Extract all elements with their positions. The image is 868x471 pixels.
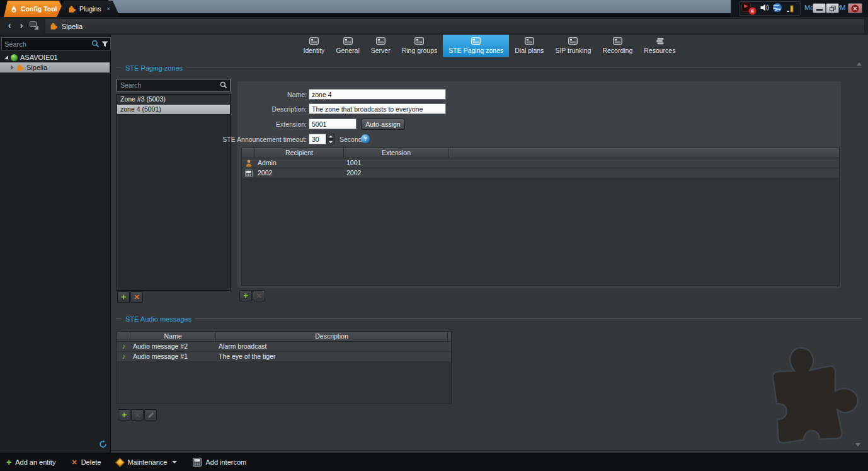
table-row[interactable]: Admin 1001	[242, 158, 839, 168]
add-audio-message-button[interactable]: +	[118, 409, 130, 421]
config-tool-icon	[10, 5, 18, 13]
audio-table-header: Name Description	[117, 332, 451, 342]
action-bar: + Add an entity ✕ Delete Maintenance Add…	[0, 453, 868, 471]
filter-icon[interactable]	[101, 41, 108, 47]
audio-messages-table: Name Description ♪ Audio message #2 Alar…	[117, 331, 452, 404]
tab-plugins[interactable]: Plugins ×	[57, 1, 120, 17]
music-note-icon: ♪	[117, 342, 130, 351]
tab-label: Identity	[304, 47, 325, 54]
description-field[interactable]	[309, 103, 446, 114]
tab-server[interactable]: Server	[365, 35, 396, 57]
zone-search-input[interactable]	[117, 81, 220, 89]
popout-icon[interactable]	[30, 21, 40, 30]
add-zone-button[interactable]: +	[117, 291, 130, 303]
tab-general[interactable]: General	[330, 35, 365, 57]
minimize-button[interactable]	[813, 3, 826, 13]
title-bar: Config Tool Plugins × 6 Mon 3:45 PM	[0, 0, 868, 17]
x-icon: ✕	[71, 459, 77, 466]
puzzle-watermark-icon	[741, 331, 868, 457]
tree-item-sipelia[interactable]: Sipelia	[0, 62, 110, 73]
recipients-table: Recipient Extension Admin 1001 2002 2002	[241, 148, 840, 286]
timeout-label: STE Announcement timeout:	[222, 136, 307, 143]
search-icon[interactable]	[91, 40, 100, 48]
input-indicator-icon[interactable]	[787, 4, 794, 13]
x-icon: ✕	[134, 412, 140, 419]
add-entity-button[interactable]: + Add an entity	[6, 458, 55, 466]
delete-zone-button[interactable]: ✕	[130, 291, 143, 303]
tab-label: Dial plans	[515, 47, 544, 54]
tree-item-server[interactable]: ASAVOIE01	[0, 52, 110, 62]
expander-open-icon[interactable]	[4, 55, 8, 59]
spin-down-icon[interactable]	[326, 139, 334, 144]
task-sipelia[interactable]: Sipelia	[45, 18, 865, 34]
delete-button[interactable]: ✕ Delete	[71, 458, 101, 466]
scroll-down-icon[interactable]	[855, 443, 860, 446]
audio-name-cell: Audio message #1	[130, 352, 216, 361]
maintenance-button[interactable]: Maintenance	[117, 458, 177, 466]
close-icon[interactable]: ×	[106, 6, 110, 12]
expander-closed-icon[interactable]	[11, 65, 14, 70]
intercom-icon	[242, 170, 255, 177]
recipients-table-header: Recipient Extension	[242, 148, 839, 158]
magnifier-icon	[220, 81, 227, 89]
notification-badge: 6	[748, 7, 757, 15]
intercom-icon	[193, 458, 202, 467]
tab-recording[interactable]: Recording	[597, 35, 638, 57]
plus-icon: +	[243, 292, 248, 299]
zone-search-box	[117, 79, 231, 91]
tree-item-sipelia-label: Sipelia	[26, 64, 47, 71]
diamond-icon	[115, 457, 125, 467]
edit-audio-message-button[interactable]	[144, 409, 157, 421]
zone-list-item[interactable]: Zone #3 (5003)	[117, 95, 230, 105]
add-intercom-button[interactable]: Add intercom	[193, 458, 246, 467]
server-icon	[11, 54, 18, 61]
table-row[interactable]: 2002 2002	[242, 168, 839, 178]
column-header-recipient[interactable]: Recipient	[255, 148, 344, 158]
tree-item-server-label: ASAVOIE01	[20, 54, 58, 61]
tab-resources[interactable]: Resources	[638, 35, 681, 57]
delete-audio-message-button[interactable]: ✕	[131, 409, 144, 421]
tab-label: SIP trunking	[555, 47, 591, 54]
name-field[interactable]	[309, 89, 446, 100]
sidebar-search-input[interactable]	[2, 40, 89, 48]
tab-label: Resources	[644, 47, 675, 54]
table-row[interactable]: ♪ Audio message #1 The eye of the tiger	[117, 352, 451, 362]
globe-icon[interactable]	[772, 3, 782, 13]
back-icon[interactable]: ‹	[5, 20, 14, 31]
auto-assign-button[interactable]: Auto-assign	[361, 119, 405, 130]
tab-sip-trunking[interactable]: SIP trunking	[549, 35, 597, 57]
extension-field[interactable]	[309, 119, 357, 129]
refresh-icon[interactable]	[98, 439, 108, 449]
spin-up-icon[interactable]	[326, 134, 334, 139]
zone-list-item[interactable]: zone 4 (5001)	[117, 105, 230, 115]
navigation-bar: ‹ › Sipelia	[0, 17, 868, 35]
column-header-extension[interactable]: Extension	[344, 148, 449, 158]
audio-messages-toolbar: + ✕	[118, 409, 157, 421]
audio-description-cell: Alarm broadcast	[216, 342, 451, 351]
delete-recipient-button[interactable]: ✕	[253, 290, 265, 301]
main-content: Identity General Server Ring groups STE …	[111, 35, 868, 453]
extension-cell: 2002	[344, 168, 449, 178]
restore-button[interactable]	[826, 3, 839, 13]
tab-ring-groups[interactable]: Ring groups	[396, 35, 443, 57]
add-recipient-button[interactable]: +	[239, 290, 252, 301]
group-title: STE Paging zones	[125, 64, 183, 72]
close-button[interactable]	[848, 3, 862, 13]
pencil-icon	[147, 412, 154, 419]
column-header-name[interactable]: Name	[130, 332, 216, 341]
timeout-stepper[interactable]	[309, 134, 326, 144]
column-header-description[interactable]: Description	[216, 332, 448, 341]
forward-icon[interactable]: ›	[17, 20, 26, 31]
table-row[interactable]: ♪ Audio message #2 Alarm broadcast	[117, 342, 451, 352]
tab-identity[interactable]: Identity	[298, 35, 331, 57]
plus-icon: +	[6, 458, 11, 466]
tab-dial-plans[interactable]: Dial plans	[509, 35, 549, 57]
scroll-up-icon[interactable]	[857, 62, 862, 66]
speaker-icon[interactable]	[760, 4, 769, 11]
entity-sidebar: ASAVOIE01 Sipelia	[0, 35, 111, 453]
tab-ste-paging-zones[interactable]: STE Paging zones	[443, 35, 509, 57]
help-icon[interactable]: ?	[361, 134, 370, 143]
paging-zones-group-header: STE Paging zones	[116, 64, 862, 72]
tab-config-tool[interactable]: Config Tool	[4, 1, 67, 17]
sidebar-search-box	[1, 37, 111, 50]
